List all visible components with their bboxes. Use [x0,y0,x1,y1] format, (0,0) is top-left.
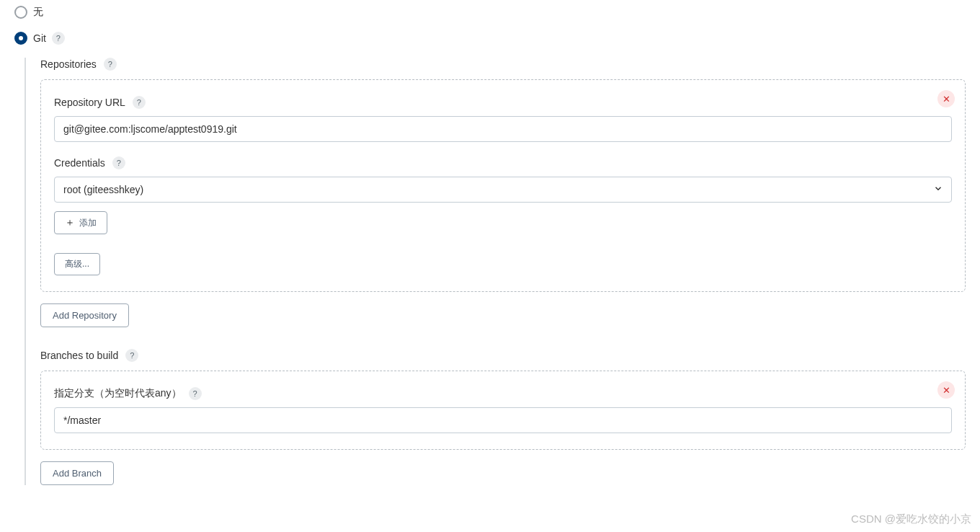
advanced-label: 高级... [65,258,89,270]
help-icon[interactable]: ? [125,349,138,362]
credentials-label: Credentials [54,157,105,169]
plus-icon: ＋ [65,216,75,229]
help-icon[interactable]: ? [133,96,146,109]
branch-item: ✕ 指定分支（为空时代表any） ? [40,371,966,450]
help-icon[interactable]: ? [104,58,117,71]
branch-specifier-input[interactable] [54,407,952,433]
branches-title: Branches to build [40,350,118,361]
help-icon[interactable]: ? [112,156,125,169]
git-config-block: Repositories ? ✕ Repository URL ? Creden… [24,58,966,485]
scm-none-label: 无 [33,6,43,19]
help-icon[interactable]: ? [189,387,202,400]
repo-url-label: Repository URL [54,97,125,108]
repositories-title: Repositories [40,58,97,70]
add-credentials-label: 添加 [79,217,97,229]
remove-repository-button[interactable]: ✕ [937,90,955,107]
repo-url-input[interactable] [54,116,952,142]
add-repository-button[interactable]: Add Repository [40,303,129,327]
scm-git-label: Git [33,32,46,44]
advanced-button[interactable]: 高级... [54,253,100,275]
scm-none-radio[interactable] [14,6,27,19]
add-branch-button[interactable]: Add Branch [40,461,114,485]
branch-specifier-label: 指定分支（为空时代表any） [54,387,182,400]
remove-branch-button[interactable]: ✕ [937,381,955,399]
add-credentials-button[interactable]: ＋ 添加 [54,211,107,234]
close-icon: ✕ [943,385,950,396]
close-icon: ✕ [943,94,950,105]
add-repository-label: Add Repository [53,310,117,321]
add-branch-label: Add Branch [53,468,102,479]
repository-item: ✕ Repository URL ? Credentials ? root (g… [40,79,966,292]
credentials-select[interactable]: root (giteesshkey) [54,177,952,203]
help-icon[interactable]: ? [52,32,65,45]
scm-git-radio[interactable] [14,32,27,45]
